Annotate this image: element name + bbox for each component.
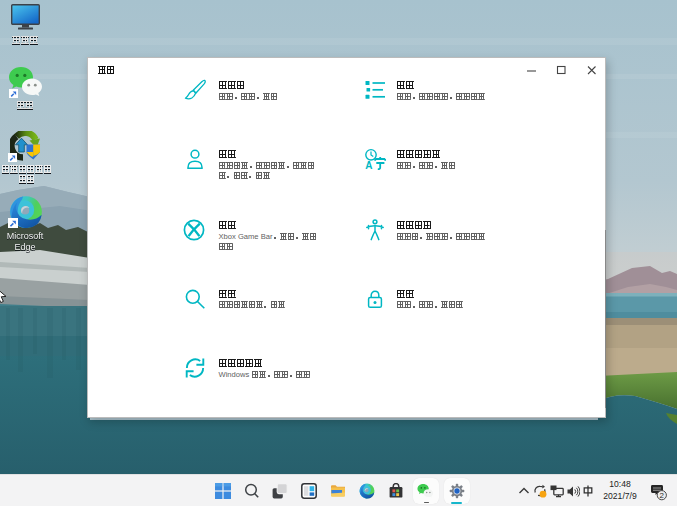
svg-text:2: 2 [660, 491, 665, 500]
svg-text:A: A [365, 160, 372, 170]
